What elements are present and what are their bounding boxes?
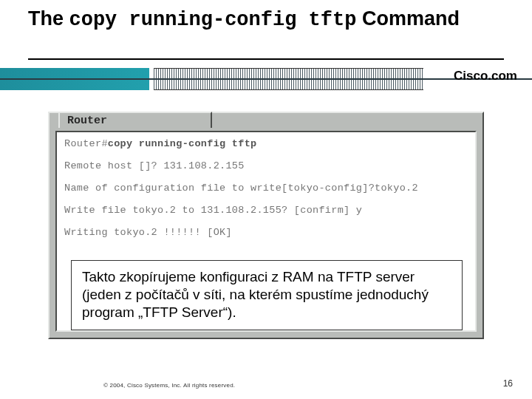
header-rule-line <box>0 78 532 80</box>
title-underline <box>28 58 504 60</box>
title-pre: The <box>28 7 69 30</box>
command: copy running-config tftp <box>108 138 257 149</box>
terminal-tab: Router <box>58 112 212 128</box>
slide-number: 16 <box>503 378 513 389</box>
terminal-line-1: Remote host []? 131.108.2.155 <box>64 160 468 171</box>
terminal-line-2: Name of configuration file to write[toky… <box>64 183 468 194</box>
title-post: Command <box>356 7 460 30</box>
copyright: © 2004, Cisco Systems, Inc. All rights r… <box>103 382 235 389</box>
slide: The copy running-config tftp Command Cis… <box>0 0 532 399</box>
terminal-line-3: Write file tokyo.2 to 131.108.2.155? [co… <box>64 205 468 216</box>
footer: © 2004, Cisco Systems, Inc. All rights r… <box>0 375 532 389</box>
title-code: copy running-config tftp <box>69 9 357 31</box>
caption-box: Takto zkopírujeme konfiguraci z RAM na T… <box>71 260 463 330</box>
terminal-line-4: Writing tokyo.2 !!!!!! [OK] <box>64 227 468 238</box>
prompt: Router# <box>64 138 108 149</box>
terminal-line-0: Router#copy running-config tftp <box>64 138 468 149</box>
slide-title: The copy running-config tftp Command <box>28 7 504 32</box>
caption-text: Takto zkopírujeme konfiguraci z RAM na T… <box>82 269 429 320</box>
cisco-logo-text: Cisco.com <box>454 69 517 83</box>
cisco-logo: Cisco.com <box>454 69 517 83</box>
